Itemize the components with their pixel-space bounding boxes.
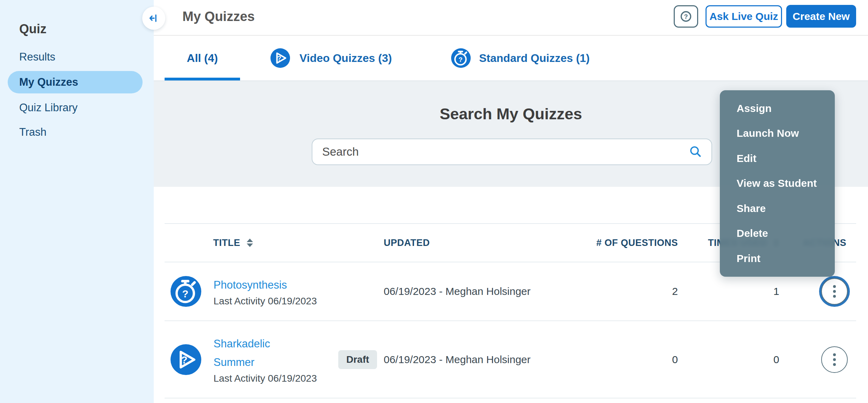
- create-new-button[interactable]: Create New: [786, 5, 856, 28]
- standard-quiz-icon: ?: [171, 276, 201, 307]
- quiz-title-link[interactable]: Sharkadelic Summer: [214, 334, 301, 372]
- tab-standard-quizzes[interactable]: ? Standard Quizzes (1): [451, 36, 590, 80]
- sidebar-item-trash[interactable]: Trash: [8, 121, 143, 143]
- quiz-type-tabs: All (4) ? Video Quizzes (3) ?: [154, 36, 868, 81]
- svg-text:?: ?: [277, 55, 281, 62]
- menu-item-print[interactable]: Print: [720, 246, 835, 271]
- sidebar-item-quiz-library[interactable]: Quiz Library: [8, 97, 143, 119]
- top-bar: My Quizzes ? Ask Live Quiz Create New: [154, 0, 868, 36]
- questions-cell: 0: [586, 354, 678, 366]
- tab-label: All (4): [187, 52, 218, 65]
- draft-badge: Draft: [338, 350, 377, 369]
- sidebar: Quiz Results My Quizzes Quiz Library Tra…: [0, 0, 154, 403]
- svg-text:?: ?: [182, 288, 188, 299]
- menu-item-view-as-student[interactable]: View as Student: [720, 171, 835, 196]
- table-row-sharkadelic-summer: ? Sharkadelic Summer Last Activity 06/19…: [165, 321, 856, 398]
- times-used-cell: 0: [678, 354, 779, 366]
- sort-icon[interactable]: [247, 239, 253, 247]
- quiz-last-activity: Last Activity 06/19/2023: [214, 295, 334, 307]
- menu-item-delete[interactable]: Delete: [720, 221, 835, 246]
- quiz-last-activity: Last Activity 06/19/2023: [214, 372, 334, 385]
- sidebar-item-label: Results: [19, 51, 55, 63]
- standard-quiz-icon: ?: [451, 48, 471, 68]
- row-actions-context-menu: Assign Launch Now Edit View as Student S…: [720, 90, 835, 277]
- sidebar-item-my-quizzes[interactable]: My Quizzes: [8, 71, 143, 93]
- quiz-title-link[interactable]: Photosynthesis: [214, 276, 287, 294]
- svg-text:?: ?: [181, 354, 187, 366]
- row-actions-button[interactable]: [821, 278, 848, 305]
- menu-item-assign[interactable]: Assign: [720, 96, 835, 121]
- search-icon[interactable]: [688, 144, 704, 160]
- column-header-title[interactable]: TITLE: [165, 238, 384, 248]
- menu-item-launch-now[interactable]: Launch Now: [720, 121, 835, 146]
- tab-label: Video Quizzes (3): [299, 52, 392, 65]
- search-input[interactable]: [312, 139, 688, 164]
- times-used-cell: 1: [678, 285, 779, 297]
- questions-cell: 2: [586, 285, 678, 297]
- title-cell: ? Sharkadelic Summer Last Activity 06/19…: [165, 334, 384, 385]
- search-box: [312, 139, 712, 165]
- tab-label: Standard Quizzes (1): [479, 52, 590, 65]
- tab-video-quizzes[interactable]: ? Video Quizzes (3): [270, 36, 392, 80]
- column-header-questions: # OF QUESTIONS: [586, 238, 678, 248]
- menu-item-share[interactable]: Share: [720, 196, 835, 221]
- help-button[interactable]: ?: [674, 5, 698, 28]
- sidebar-item-label: Trash: [19, 126, 46, 139]
- svg-text:?: ?: [684, 13, 688, 20]
- quiz-title-stack: Sharkadelic Summer Last Activity 06/19/2…: [214, 334, 334, 385]
- actions-cell: [779, 346, 856, 373]
- page-title: My Quizzes: [182, 9, 255, 24]
- video-quiz-icon: ?: [270, 48, 290, 68]
- sidebar-title: Quiz: [19, 22, 46, 36]
- help-icon: ?: [679, 9, 693, 24]
- menu-item-edit[interactable]: Edit: [720, 146, 835, 171]
- sidebar-item-label: My Quizzes: [19, 76, 78, 89]
- actions-cell: [779, 278, 856, 305]
- kebab-icon: [833, 353, 836, 366]
- ask-live-quiz-button[interactable]: Ask Live Quiz: [706, 5, 782, 28]
- my-quizzes-page: Quiz Results My Quizzes Quiz Library Tra…: [0, 0, 868, 403]
- sidebar-item-label: Quiz Library: [19, 101, 78, 114]
- collapse-sidebar-button[interactable]: [142, 7, 165, 30]
- updated-cell: 06/19/2023 - Meghan Holsinger: [384, 354, 586, 366]
- column-header-updated: UPDATED: [384, 238, 586, 248]
- title-cell: ? Photosynthesis Last Activity 06/19/202…: [165, 276, 384, 307]
- tab-all[interactable]: All (4): [165, 36, 240, 80]
- quiz-title-stack: Photosynthesis Last Activity 06/19/2023: [214, 276, 334, 307]
- sidebar-item-results[interactable]: Results: [8, 46, 143, 68]
- collapse-left-icon: [148, 12, 160, 24]
- updated-cell: 06/19/2023 - Meghan Holsinger: [384, 285, 586, 297]
- svg-text:?: ?: [458, 56, 462, 63]
- kebab-icon: [833, 285, 836, 298]
- active-tab-underline: [165, 78, 240, 80]
- video-quiz-icon: ?: [171, 344, 201, 375]
- row-actions-button[interactable]: [821, 346, 848, 373]
